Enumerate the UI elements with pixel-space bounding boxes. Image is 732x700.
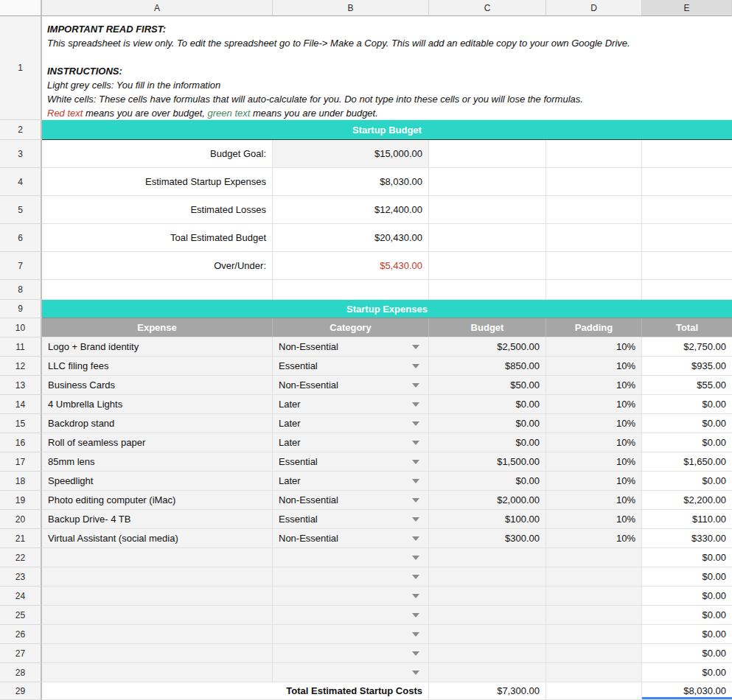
budget-cell[interactable] (429, 663, 546, 682)
row-header[interactable]: 17 (0, 452, 42, 472)
expense-cell[interactable] (42, 567, 273, 587)
empty-cell[interactable] (429, 224, 546, 252)
row-header[interactable]: 28 (0, 663, 42, 682)
padding-cell[interactable] (546, 625, 642, 644)
total-cell[interactable]: $0.00 (642, 395, 732, 414)
row-header[interactable]: 19 (0, 491, 42, 510)
dropdown-arrow-icon[interactable] (412, 441, 419, 445)
empty-cell[interactable] (546, 224, 642, 252)
dropdown-arrow-icon[interactable] (412, 594, 419, 598)
expense-cell[interactable]: Roll of seamless paper (42, 433, 273, 452)
row-header[interactable]: 25 (0, 606, 42, 625)
dropdown-arrow-icon[interactable] (412, 345, 419, 349)
expense-cell[interactable]: Backup Drive- 4 TB (42, 510, 273, 529)
column-header-b[interactable]: B (273, 0, 429, 16)
padding-cell[interactable]: 10% (546, 414, 642, 433)
total-cell[interactable]: $0.00 (642, 625, 732, 644)
dropdown-arrow-icon[interactable] (412, 421, 419, 426)
category-cell[interactable] (273, 548, 429, 567)
expense-cell[interactable] (42, 587, 273, 606)
row-header[interactable]: 23 (0, 567, 42, 587)
column-header-a[interactable]: A (42, 0, 273, 16)
budget-cell[interactable]: $1,500.00 (429, 452, 546, 472)
padding-cell[interactable] (546, 644, 642, 663)
row-header[interactable]: 12 (0, 357, 42, 376)
budget-value-cell[interactable]: $15,000.00 (273, 140, 429, 168)
column-header-e[interactable]: E (642, 0, 732, 16)
budget-value-cell[interactable]: $20,430.00 (273, 224, 429, 252)
row-header[interactable]: 13 (0, 376, 42, 395)
row-header[interactable]: 27 (0, 644, 42, 663)
row-header[interactable]: 21 (0, 529, 42, 548)
total-cell[interactable]: $330.00 (642, 529, 732, 548)
expense-cell[interactable]: 85mm lens (42, 452, 273, 472)
category-cell[interactable]: Later (273, 472, 429, 491)
row-header[interactable]: 4 (0, 168, 42, 196)
padding-cell[interactable] (546, 567, 642, 587)
row-header[interactable]: 26 (0, 625, 42, 644)
padding-cell[interactable]: 10% (546, 491, 642, 510)
padding-cell[interactable]: 10% (546, 529, 642, 548)
empty-cell[interactable] (546, 682, 642, 700)
row-header[interactable]: 24 (0, 587, 42, 606)
total-cell[interactable]: $0.00 (642, 606, 732, 625)
expense-cell[interactable]: 4 Umbrella Lights (42, 395, 273, 414)
budget-label-cell[interactable]: Estimated Startup Expenses (42, 168, 273, 196)
budget-cell[interactable]: $2,500.00 (429, 337, 546, 357)
budget-cell[interactable] (429, 625, 546, 644)
budget-label-cell[interactable]: Estimated Losses (42, 196, 273, 224)
empty-cell[interactable] (642, 168, 732, 196)
budget-label-cell[interactable]: Over/Under: (42, 252, 273, 280)
row-header-9[interactable]: 9 (0, 300, 42, 318)
expense-cell[interactable]: Virtual Assistant (social media) (42, 529, 273, 548)
category-cell[interactable]: Later (273, 414, 429, 433)
padding-cell[interactable] (546, 587, 642, 606)
row-header-10[interactable]: 10 (0, 318, 42, 337)
expense-cell[interactable] (42, 625, 273, 644)
padding-cell[interactable]: 10% (546, 452, 642, 472)
row-header[interactable]: 11 (0, 337, 42, 357)
budget-cell[interactable]: $0.00 (429, 395, 546, 414)
dropdown-arrow-icon[interactable] (412, 517, 419, 522)
budget-cell[interactable] (429, 587, 546, 606)
budget-cell[interactable]: $0.00 (429, 433, 546, 452)
dropdown-arrow-icon[interactable] (412, 556, 419, 560)
category-cell[interactable] (273, 663, 429, 682)
dropdown-arrow-icon[interactable] (412, 364, 419, 368)
category-cell[interactable]: Non-Essential (273, 337, 429, 357)
row-header-29[interactable]: 29 (0, 682, 42, 700)
total-cell[interactable]: $0.00 (642, 587, 732, 606)
budget-cell[interactable] (429, 606, 546, 625)
empty-cell[interactable] (429, 196, 546, 224)
category-cell[interactable]: Non-Essential (273, 376, 429, 395)
expense-cell[interactable]: Speedlight (42, 472, 273, 491)
budget-cell[interactable]: $2,000.00 (429, 491, 546, 510)
expense-cell[interactable]: Photo editing computer (iMac) (42, 491, 273, 510)
total-cell[interactable]: $2,750.00 (642, 337, 732, 357)
header-category[interactable]: Category (273, 318, 429, 337)
empty-cell[interactable] (642, 252, 732, 280)
empty-cell[interactable] (546, 140, 642, 168)
dropdown-arrow-icon[interactable] (412, 460, 419, 464)
category-cell[interactable]: Later (273, 433, 429, 452)
empty-cell[interactable] (642, 224, 732, 252)
select-all-corner[interactable] (0, 0, 42, 16)
budget-label-cell[interactable]: Toal Estimated Budget (42, 224, 273, 252)
category-cell[interactable] (273, 606, 429, 625)
row-header[interactable]: 18 (0, 472, 42, 491)
budget-cell[interactable] (429, 567, 546, 587)
padding-cell[interactable] (546, 548, 642, 567)
row-header[interactable]: 5 (0, 196, 42, 224)
total-cell[interactable]: $0.00 (642, 644, 732, 663)
expense-cell[interactable]: LLC filing fees (42, 357, 273, 376)
budget-cell[interactable]: $0.00 (429, 414, 546, 433)
row-header[interactable]: 3 (0, 140, 42, 168)
category-cell[interactable] (273, 625, 429, 644)
empty-cell[interactable] (273, 280, 429, 300)
header-expense[interactable]: Expense (42, 318, 273, 337)
category-cell[interactable]: Essential (273, 452, 429, 472)
total-cell[interactable]: $1,650.00 (642, 452, 732, 472)
empty-cell[interactable] (642, 140, 732, 168)
expenses-section-title-cell[interactable]: Startup Expenses (42, 300, 732, 318)
row-header[interactable]: 14 (0, 395, 42, 414)
